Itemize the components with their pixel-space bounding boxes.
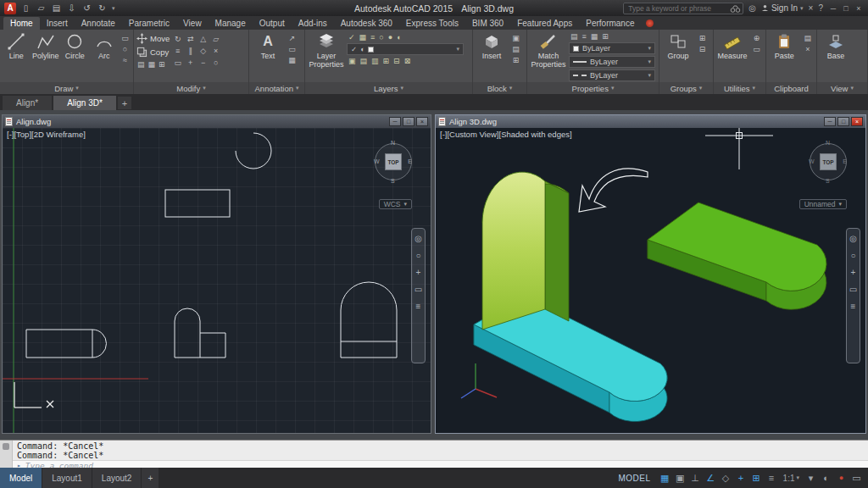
viewport-close-icon[interactable]: × [416, 117, 428, 126]
customize-icon[interactable] [3, 443, 9, 450]
circle-button[interactable]: Circle [61, 31, 89, 82]
close-icon[interactable]: × [854, 4, 864, 13]
layer-color-icon[interactable]: ○ [379, 33, 383, 42]
groups-panel-label[interactable]: Groups▾ [659, 82, 713, 94]
trim-tool-icon[interactable]: ≡ [175, 47, 180, 55]
navigation-bar[interactable]: ◎ ○ + ▭ ≡ [411, 228, 426, 363]
redo-icon[interactable]: ↻ [97, 3, 108, 13]
layer-state-icon[interactable]: ▥ [371, 57, 379, 65]
layer-isolate-icon[interactable]: ● [388, 33, 392, 42]
group-button[interactable]: Group [662, 31, 694, 82]
insert-button[interactable]: Insert [476, 31, 508, 82]
measure-button[interactable]: Measure [716, 31, 748, 82]
osnap-toggle-icon[interactable]: ⊞ [749, 470, 764, 485]
paste-button[interactable]: Paste [769, 31, 800, 82]
autodesk360-icon[interactable]: ◎ [748, 3, 756, 13]
zoom-icon[interactable]: + [416, 269, 421, 277]
polyline-button[interactable]: Polyline [32, 31, 60, 82]
tab-insert[interactable]: Insert [40, 17, 75, 30]
explode-tool-icon[interactable]: ▭ [174, 58, 181, 67]
rectangle-entity[interactable] [165, 190, 230, 217]
autodesk-sync-icon[interactable] [646, 19, 654, 27]
object-color-dropdown[interactable]: ByLayer ▾ [569, 42, 655, 54]
ungroup-icon[interactable]: ⊞ [699, 34, 706, 42]
copy-clip-icon[interactable]: ▤ [804, 34, 812, 42]
tab-parametric[interactable]: Parametric [122, 17, 176, 30]
hardware-acceleration-icon[interactable]: ● [834, 470, 849, 485]
polar-toggle-icon[interactable]: ∠ [704, 470, 718, 485]
full-navigation-wheel-icon[interactable]: ◎ [415, 235, 422, 243]
viewcube-top-face[interactable]: TOP [820, 153, 837, 170]
view-panel-label[interactable]: View▾ [817, 82, 867, 94]
properties-palette-icon[interactable]: ▤ [570, 32, 578, 41]
properties-panel-label[interactable]: Properties▾ [527, 82, 659, 94]
base-button[interactable]: Base [820, 31, 852, 82]
new-layout-button[interactable]: + [142, 468, 159, 488]
tab-manage[interactable]: Manage [209, 17, 253, 30]
showmotion-icon[interactable]: ≡ [851, 302, 856, 311]
navigation-bar[interactable]: ◎ ○ + ▭ ≡ [846, 228, 860, 363]
offset-tool-icon[interactable]: ◇ [200, 47, 206, 55]
doc-tab-align[interactable]: Align* [3, 96, 52, 110]
hatch-tool-icon[interactable]: ≈ [123, 56, 127, 64]
layout2-tab[interactable]: Layout2 [92, 468, 142, 488]
stretch-tool-icon[interactable]: ▤ [137, 60, 145, 69]
doc-tab-align3d[interactable]: Align 3D* [53, 96, 116, 110]
orbit-icon[interactable]: ▭ [849, 286, 857, 294]
text-button[interactable]: A Text [252, 31, 284, 82]
chamfer-tool-icon[interactable]: ▱ [213, 35, 219, 43]
pan-icon[interactable]: ○ [415, 252, 420, 260]
table-tool-icon[interactable]: ▦ [288, 56, 296, 64]
block-attributes-icon[interactable]: ⊞ [513, 56, 520, 64]
arch-entity[interactable] [341, 282, 397, 358]
arch-slab-front-face[interactable] [482, 172, 545, 330]
viewport-align-2d[interactable]: Align.dwg ─ □ × [-][Top][2D Wireframe] [2, 114, 431, 434]
block-panel-label[interactable]: Block▾ [473, 82, 526, 94]
help-icon[interactable]: ? [818, 3, 823, 13]
create-block-icon[interactable]: ▣ [512, 34, 520, 42]
quick-select-icon[interactable]: ⊞ [602, 32, 609, 41]
maximize-icon[interactable]: □ [841, 4, 851, 13]
isodraft-toggle-icon[interactable]: ◇ [719, 470, 733, 485]
viewcube-west[interactable]: W [374, 158, 380, 164]
viewport-title-bar[interactable]: Align 3D.dwg ─ □ × [436, 115, 865, 128]
search-input[interactable] [624, 3, 743, 14]
ellipse-tool-icon[interactable]: ○ [123, 45, 127, 53]
layer-selector-dropdown[interactable]: ✓ ◐ ▾ [347, 43, 464, 55]
extend-tool-icon[interactable]: ∥ [188, 47, 192, 55]
slot-entity[interactable] [26, 330, 106, 358]
layer-previous-icon[interactable]: ▤ [360, 57, 368, 65]
group-edit-icon[interactable]: ⊟ [699, 45, 706, 53]
arc-button[interactable]: Arc [91, 31, 119, 82]
viewport-maximize-icon[interactable]: □ [403, 117, 415, 126]
zoom-icon[interactable]: + [851, 269, 856, 277]
coordinate-system-dropdown[interactable]: WCS ▾ [379, 199, 412, 209]
undo-icon[interactable]: ↺ [81, 3, 92, 13]
open-file-icon[interactable]: ▱ [36, 3, 47, 13]
arc-entity[interactable] [236, 133, 271, 169]
model-tab[interactable]: Model [0, 468, 42, 488]
tab-performance[interactable]: Performance [579, 17, 641, 30]
ortho-toggle-icon[interactable]: ⊥ [688, 470, 703, 485]
minimize-icon[interactable]: ─ [828, 4, 838, 13]
tab-view[interactable]: View [176, 17, 209, 30]
scale-tool-icon[interactable]: ▦ [148, 60, 156, 69]
tab-output[interactable]: Output [253, 17, 292, 30]
erase-tool-icon[interactable]: × [214, 47, 218, 55]
viewport-maximize-icon[interactable]: □ [837, 117, 849, 126]
layout1-tab[interactable]: Layout1 [42, 468, 92, 488]
snap-toggle-icon[interactable]: ▣ [673, 470, 687, 485]
draw-panel-label[interactable]: Draw▾ [0, 82, 133, 94]
lengthen-tool-icon[interactable]: − [201, 58, 205, 67]
showmotion-icon[interactable]: ≡ [416, 302, 421, 311]
utilities-panel-label[interactable]: Utilities▾ [714, 82, 765, 94]
tab-express-tools[interactable]: Express Tools [399, 17, 465, 30]
exchange-apps-icon[interactable]: × [809, 3, 814, 13]
leader-tool-icon[interactable]: ↗ [289, 34, 296, 42]
search-binoculars-icon[interactable] [730, 4, 741, 14]
mirror-tool-icon[interactable]: ⇄ [187, 35, 194, 43]
arch-slab-side-face[interactable] [545, 181, 569, 321]
layer-freeze-icon[interactable]: ▦ [359, 33, 367, 42]
edit-block-icon[interactable]: ▤ [512, 45, 520, 53]
id-point-icon[interactable]: ⊕ [754, 34, 760, 42]
